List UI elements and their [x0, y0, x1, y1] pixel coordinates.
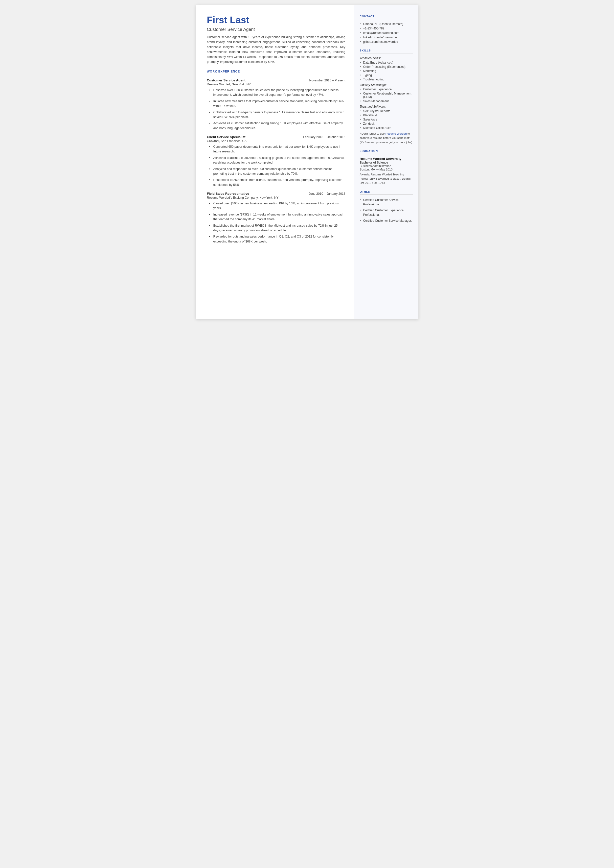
skill-sales-management: Sales Management — [360, 99, 413, 103]
edu-school: Resume Worded University — [360, 157, 413, 161]
job-title-2: Client Service Specialist — [207, 135, 245, 139]
contact-item-linkedin: linkedin.com/in/username — [360, 36, 413, 39]
edu-degree: Bachelor of Science — [360, 161, 413, 164]
skills-section: SKILLS Technical Skills: Data Entry (Adv… — [360, 49, 413, 144]
job-block-3: Field Sales Representative June 2010 – J… — [207, 192, 346, 244]
other-list: Certified Customer Service Professional.… — [360, 198, 413, 223]
job-dates-2: February 2013 – October 2015 — [303, 135, 346, 139]
job-header-3: Field Sales Representative June 2010 – J… — [207, 192, 346, 196]
job-bullets-3: Closed over $500K in new business, excee… — [207, 201, 346, 244]
edu-field: Business Administration — [360, 164, 413, 168]
left-column: First Last Customer Service Agent Custom… — [196, 5, 354, 319]
skill-marketing: Marketing — [360, 69, 413, 73]
job-bullets-2: Converted 650 paper documents into elect… — [207, 144, 346, 187]
job-dates-1: November 2015 – Present — [309, 79, 346, 82]
education-header: EDUCATION — [360, 149, 413, 152]
skill-order-processing: Order Processing (Experienced) — [360, 65, 413, 68]
job-block-2: Client Service Specialist February 2013 … — [207, 135, 346, 187]
job-bullet-3-2: Increased revenue ($73K) in 11 weeks of … — [209, 212, 346, 222]
skills-header: SKILLS — [360, 49, 413, 52]
job-company-2: Growthsi, San Francisco, CA — [207, 139, 346, 143]
education-section: EDUCATION Resume Worded University Bache… — [360, 149, 413, 185]
job-block-1: Customer Service Agent November 2015 – P… — [207, 78, 346, 130]
other-header: OTHER — [360, 190, 413, 193]
skill-sap: SAP Crystal Reports — [360, 109, 413, 113]
education-block: Resume Worded University Bachelor of Sci… — [360, 157, 413, 185]
job-bullet-2-1: Converted 650 paper documents into elect… — [209, 144, 346, 154]
skill-blackbaud: Blackbaud — [360, 113, 413, 117]
job-company-1: Resume Worded, New York, NY — [207, 83, 346, 86]
job-bullets-1: Resolved over 1.3K customer issues over … — [207, 88, 346, 130]
skill-salesforce: Salesforce — [360, 118, 413, 121]
job-bullet-2-4: Responded to 250 emails from clients, cu… — [209, 178, 346, 187]
job-bullet-3-3: Established the first market of RWEC in … — [209, 224, 346, 233]
contact-item-email: email@resumeworded.com — [360, 31, 413, 35]
right-column: CONTACT Omaha, NE (Open to Remote) +1-23… — [354, 5, 419, 319]
job-bullet-1-3: Collaborated with third-party carriers t… — [209, 110, 346, 120]
skill-troubleshooting: Troubleshooting — [360, 78, 413, 81]
job-bullet-2-2: Achieved deadlines of 300 hours assistin… — [209, 156, 346, 165]
job-title: Customer Service Agent — [207, 27, 346, 32]
resume-worded-note: • Don't forget to use Resume Worded to s… — [360, 132, 413, 144]
job-header-2: Client Service Specialist February 2013 … — [207, 135, 346, 139]
other-item-2: Certified Customer Experience Profession… — [360, 208, 413, 217]
contact-divider — [360, 19, 413, 19]
technical-skills-label: Technical Skills: — [360, 56, 413, 60]
tools-software-label: Tools and Software: — [360, 105, 413, 109]
education-divider — [360, 154, 413, 154]
other-section: OTHER Certified Customer Service Profess… — [360, 190, 413, 223]
job-bullet-1-4: Achieved #1 customer satisfaction rating… — [209, 121, 346, 130]
industry-knowledge-label: Industry Knowledge: — [360, 83, 413, 87]
edu-awards: Awards: Resume Worded Teaching Fellow (o… — [360, 172, 413, 185]
job-bullet-1-1: Resolved over 1.3K customer issues over … — [209, 88, 346, 98]
skill-customer-experience: Customer Experience — [360, 88, 413, 91]
contact-item-github: github.com/resumeworded — [360, 40, 413, 43]
resume-worded-link[interactable]: Resume Worded — [386, 132, 407, 135]
contact-list: Omaha, NE (Open to Remote) +1-234-456-78… — [360, 22, 413, 43]
contact-item-location: Omaha, NE (Open to Remote) — [360, 22, 413, 26]
contact-section: CONTACT Omaha, NE (Open to Remote) +1-23… — [360, 15, 413, 43]
other-divider — [360, 194, 413, 195]
job-bullet-2-3: Analyzed and responded to over 800 custo… — [209, 167, 346, 176]
job-header-1: Customer Service Agent November 2015 – P… — [207, 78, 346, 82]
job-bullet-1-2: Initiated new measures that improved cus… — [209, 99, 346, 109]
other-item-3: Certified Customer Service Manager. — [360, 219, 413, 223]
skill-data-entry: Data Entry (Advanced) — [360, 61, 413, 64]
summary-text: Customer service agent with 10 years of … — [207, 35, 346, 64]
job-company-3: Resume Worded's Exciting Company, New Yo… — [207, 196, 346, 199]
skill-zendesk: Zendesk — [360, 122, 413, 126]
candidate-name: First Last — [207, 15, 346, 25]
job-bullet-3-4: Rewarded for outstanding sales performan… — [209, 234, 346, 244]
tools-software-list: SAP Crystal Reports Blackbaud Salesforce… — [360, 109, 413, 130]
edu-date: Boston, MA — May 2010 — [360, 168, 413, 171]
contact-item-phone: +1-234-456-789 — [360, 27, 413, 30]
industry-knowledge-list: Customer Experience Customer Relationshi… — [360, 88, 413, 103]
contact-header: CONTACT — [360, 15, 413, 18]
job-bullet-3-1: Closed over $500K in new business, excee… — [209, 201, 346, 211]
job-title-1: Customer Service Agent — [207, 78, 245, 82]
technical-skills-list: Data Entry (Advanced) Order Processing (… — [360, 61, 413, 81]
work-experience-header: WORK EXPERIENCE — [207, 70, 346, 73]
skill-microsoft-office: Microsoft Office Suite — [360, 126, 413, 130]
other-item-1: Certified Customer Service Professional. — [360, 198, 413, 207]
job-dates-3: June 2010 – January 2013 — [309, 192, 345, 196]
skill-typing: Typing — [360, 73, 413, 77]
skill-crm: Customer Relationship Management (CRM) — [360, 92, 413, 99]
resume-page: First Last Customer Service Agent Custom… — [196, 5, 419, 319]
job-title-3: Field Sales Representative — [207, 192, 249, 196]
